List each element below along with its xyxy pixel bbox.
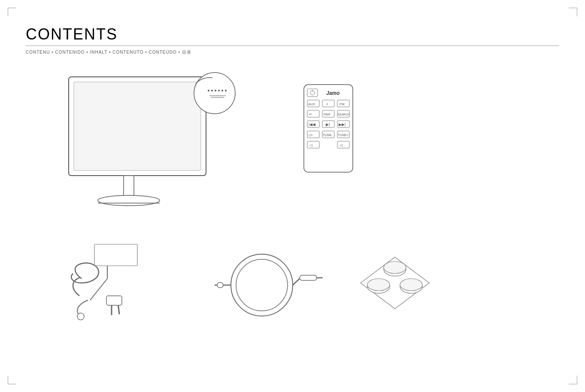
svg-text:♪: ♪ xyxy=(326,101,328,106)
header: CONTENTS CONTENU • CONTENIDO • INHALT • … xyxy=(26,26,559,55)
svg-rect-15 xyxy=(304,85,353,172)
svg-text:PAIR: PAIR xyxy=(324,113,330,116)
remote-illustration: Jamo AUX ♪ FM ↩ PAIR SEARCH xyxy=(300,81,356,177)
batteries-illustration xyxy=(352,249,438,319)
svg-text:▶▶|: ▶▶| xyxy=(339,122,346,127)
svg-point-7 xyxy=(211,90,213,91)
page-container: CONTENTS CONTENU • CONTENIDO • INHALT • … xyxy=(0,0,585,392)
top-row: Jamo AUX ♪ FM ↩ PAIR SEARCH xyxy=(26,64,559,223)
svg-text:◁×: ◁× xyxy=(308,133,313,137)
bottom-row xyxy=(69,240,585,328)
audio-cable-svg xyxy=(215,240,326,326)
svg-point-55 xyxy=(231,254,293,316)
svg-point-10 xyxy=(221,90,223,91)
svg-rect-61 xyxy=(300,275,317,280)
svg-rect-53 xyxy=(106,296,122,305)
svg-text:◁: ◁ xyxy=(309,143,312,147)
svg-rect-48 xyxy=(94,244,137,266)
svg-rect-22 xyxy=(322,100,334,107)
svg-rect-58 xyxy=(217,283,223,288)
svg-rect-16 xyxy=(307,89,318,97)
svg-line-60 xyxy=(293,278,300,285)
svg-rect-1 xyxy=(74,82,201,170)
svg-text:↩: ↩ xyxy=(309,112,312,116)
svg-point-56 xyxy=(236,259,288,311)
monitor-illustration xyxy=(60,68,240,223)
svg-point-8 xyxy=(215,90,216,91)
svg-text:SEARCH: SEARCH xyxy=(338,113,349,116)
subtitle: CONTENU • CONTENIDO • INHALT • CONTENUTO… xyxy=(26,49,559,55)
svg-point-5 xyxy=(194,73,235,114)
svg-text:◁: ◁ xyxy=(339,143,343,147)
svg-point-11 xyxy=(225,90,227,91)
svg-point-9 xyxy=(218,90,220,91)
svg-text:|◀◀: |◀◀ xyxy=(309,122,315,127)
svg-point-66 xyxy=(367,279,390,291)
svg-text:▶|: ▶| xyxy=(326,122,330,127)
svg-rect-2 xyxy=(124,176,134,197)
svg-line-50 xyxy=(90,279,107,300)
svg-text:FM: FM xyxy=(339,102,345,106)
batteries-svg xyxy=(352,249,438,317)
power-cable-illustration xyxy=(69,240,189,328)
audio-cable-illustration xyxy=(215,240,326,328)
svg-text:TUNE-: TUNE- xyxy=(323,133,333,137)
svg-point-6 xyxy=(208,90,209,91)
svg-text:TUNE+: TUNE+ xyxy=(338,133,349,137)
svg-point-64 xyxy=(384,261,406,273)
power-cable-svg xyxy=(69,240,189,326)
svg-point-54 xyxy=(77,313,84,320)
content-area: Jamo AUX ♪ FM ↩ PAIR SEARCH xyxy=(26,64,559,328)
page-title: CONTENTS xyxy=(26,26,559,43)
remote-svg: Jamo AUX ♪ FM ↩ PAIR SEARCH xyxy=(300,81,356,176)
svg-text:AUX: AUX xyxy=(308,102,315,106)
svg-point-68 xyxy=(400,279,422,291)
svg-point-3 xyxy=(98,195,160,206)
divider xyxy=(26,46,559,46)
svg-text:Jamo: Jamo xyxy=(326,90,339,96)
monitor-svg xyxy=(60,68,240,223)
